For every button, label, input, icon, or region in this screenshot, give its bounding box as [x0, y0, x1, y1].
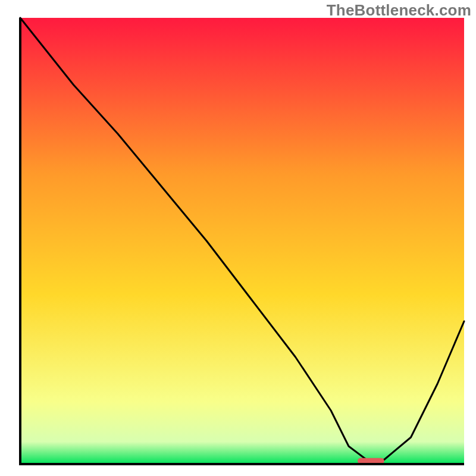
chart-svg [0, 0, 476, 476]
watermark-text: TheBottleneck.com [327, 1, 471, 20]
chart-container: TheBottleneck.com [0, 0, 476, 476]
gradient-background [20, 18, 464, 464]
